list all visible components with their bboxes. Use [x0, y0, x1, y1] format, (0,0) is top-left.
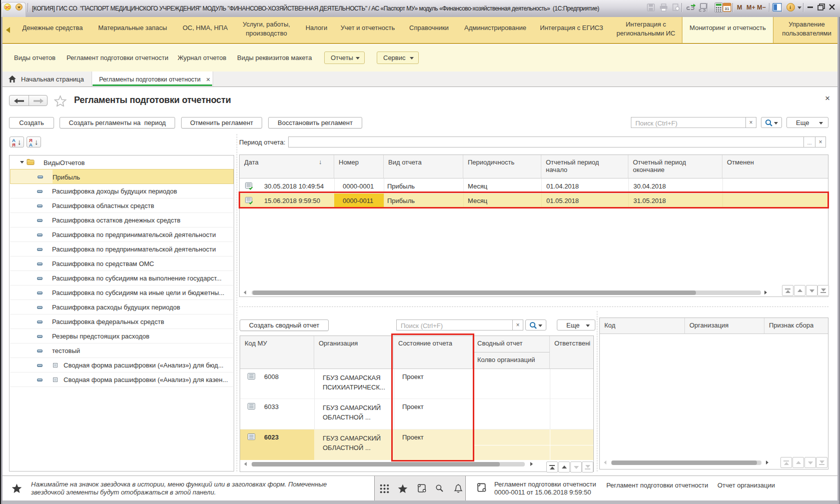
svg-text:31: 31	[725, 6, 729, 11]
